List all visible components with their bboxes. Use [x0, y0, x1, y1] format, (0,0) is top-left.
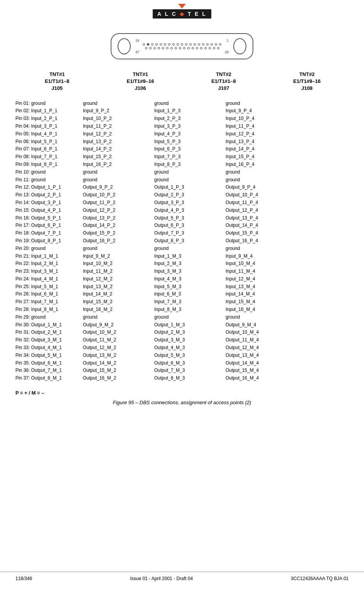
col4-line2: E1/T1#9–16: [272, 78, 342, 85]
dot: [147, 43, 149, 46]
pin-table-rows: Pin 01: groundPin 02: Input_1_P_1Pin 03:…: [15, 100, 349, 382]
col-header-3: TNT#2 E1/T1#1–8 J107: [189, 71, 258, 92]
dot: [198, 43, 200, 46]
figure-caption: Figure 95 – DBS connections, assignment …: [0, 400, 364, 405]
connector-bottom-row: [135, 47, 229, 49]
pin-row-item: Input_12_P_4: [226, 130, 349, 138]
pin-row-item: Output_11_P_2: [83, 199, 154, 207]
col3-line2: E1/T1#1–8: [189, 78, 258, 85]
pin-row-item: Pin 30: Output_1_M_1: [15, 321, 83, 329]
pin-row-item: Input_10_M_4: [226, 260, 349, 268]
pin-row-item: Pin 36: Output_7_M_1: [15, 367, 83, 375]
pin-row-item: Output_2_P_3: [154, 191, 226, 199]
connector-left-circle: [118, 38, 131, 54]
pin-row-item: Input_10_P_4: [226, 115, 349, 123]
dot: [151, 43, 153, 46]
pin-row-item: Pin 33: Output_4_M_1: [15, 344, 83, 352]
dot: [153, 47, 156, 49]
pin-row-item: Pin 12: Output_1_P_1: [15, 184, 83, 191]
footer-issue: Issue 01 - April 2001 - Draft 04: [130, 576, 193, 581]
pin-row-item: Pin 34: Output_5_M_1: [15, 352, 83, 359]
pin-row-item: Output_13_P_4: [226, 214, 349, 222]
dot: [170, 47, 173, 49]
pin-row-item: Pin 24: Input_4_M_1: [15, 275, 83, 283]
pin-row-item: Input_12_P_2: [83, 130, 154, 138]
pin-row-item: Input_9_P_2: [83, 107, 154, 115]
pin-row-item: Pin 29: ground: [15, 314, 83, 321]
pin-row-item: Pin 20: ground: [15, 245, 83, 253]
pin-row-item: Pin 01: ground: [15, 100, 83, 108]
connector-top-labels: 19 1: [135, 39, 229, 42]
col1-line1: TNT#1: [22, 71, 92, 78]
pin-row-item: Output_15_M_2: [83, 367, 154, 375]
pin-row-item: Pin 18: Output_7_P_1: [15, 230, 83, 237]
pin-row-item: Input_11_M_4: [226, 268, 349, 275]
col-header-1: TNT#1 E1/T1#1–8 J105: [22, 71, 92, 92]
pin-row-item: Input_11_P_4: [226, 123, 349, 130]
pin-row-item: Input_13_M_2: [83, 283, 154, 291]
logo-diamond: ◆: [180, 11, 185, 17]
pin-row-item: Output_15_M_4: [226, 367, 349, 375]
pin-row-item: ground: [83, 100, 154, 108]
pin-row-item: Output_12_M_4: [226, 344, 349, 352]
col3-line1: TNT#2: [189, 71, 258, 78]
pin-row-item: Pin 21: Input_1_M_1: [15, 253, 83, 260]
pin-row-item: Output_9_M_2: [83, 321, 154, 329]
pin-row-item: Output_1_P_3: [154, 184, 226, 191]
connector-pin-1: 1: [227, 39, 229, 42]
pin-row-item: Output_4_P_3: [154, 207, 226, 214]
page-header: A L C ◆ T E L: [0, 0, 364, 22]
pin-row-item: Pin 07: Input_6_P_1: [15, 145, 83, 153]
pin-row-item: Input_15_M_4: [226, 298, 349, 306]
pin-row-item: Output_15_P_4: [226, 230, 349, 237]
dot: [192, 47, 194, 49]
dot: [206, 43, 209, 46]
pin-row-item: Output_14_M_2: [83, 359, 154, 367]
pin-row-item: Output_4_M_3: [154, 344, 226, 352]
pin-row-item: Output_10_M_4: [226, 329, 349, 336]
connector-pin-20: 20: [225, 50, 229, 54]
col2-values: groundInput_9_P_2Input_10_P_2Input_11_P_…: [83, 100, 154, 382]
pin-row-item: Output_13_M_2: [83, 352, 154, 359]
pin-row-item: ground: [83, 169, 154, 176]
pin-row-item: Pin 25: Input_5_M_1: [15, 283, 83, 291]
pin-row-item: Input_14_P_4: [226, 145, 349, 153]
pin-row-item: Input_11_P_2: [83, 123, 154, 130]
pin-row-item: ground: [226, 176, 349, 184]
connector-top-row: [135, 43, 229, 46]
pin-row-item: Pin 06: Input_5_P_1: [15, 138, 83, 146]
pin-row-item: Pin 35: Output_6_M_1: [15, 359, 83, 367]
pin-row-item: Input_9_M_2: [83, 253, 154, 260]
dot: [215, 43, 217, 46]
pin-row-item: Input_14_P_2: [83, 145, 154, 153]
col2-line3: J106: [106, 85, 175, 92]
pin-row-item: Input_12_M_4: [226, 275, 349, 283]
pin-row-item: Pin 19: Output_8_P_1: [15, 237, 83, 245]
pin-row-item: Pin 03: Input_2_P_1: [15, 115, 83, 123]
pin-row-item: Input_5_P_3: [154, 138, 226, 146]
pin-row-item: Pin 04: Input_3_P_1: [15, 123, 83, 130]
pin-row-item: Input_4_P_3: [154, 130, 226, 138]
pin-row-item: ground: [83, 176, 154, 184]
col1-line2: E1/T1#1–8: [22, 78, 92, 85]
pin-row-item: Pin 32: Output_3_M_1: [15, 336, 83, 344]
pin-row-item: Output_9_P_4: [226, 184, 349, 191]
pin-row-item: Output_14_P_2: [83, 222, 154, 230]
pin-row-item: Output_2_M_3: [154, 329, 226, 336]
pin-row-item: Output_9_P_2: [83, 184, 154, 191]
pin-row-item: Input_16_P_4: [226, 161, 349, 169]
pin-row-item: Output_16_M_4: [226, 375, 349, 382]
pin-row-item: Pin 05: Input_4_P_1: [15, 130, 83, 138]
col3-values: groundInput_1_P_3Input_2_P_3Input_3_P_3I…: [154, 100, 226, 382]
dot: [158, 47, 160, 49]
dot: [189, 43, 192, 46]
pin-row-item: Pin 26: Input_6_M_1: [15, 290, 83, 298]
pin-table: Pin 01: groundPin 02: Input_1_P_1Pin 03:…: [15, 100, 349, 382]
pin-row-item: Output_5_P_3: [154, 214, 226, 222]
col-header-4: TNT#2 E1/T1#9–16 J108: [272, 71, 342, 92]
pin-row-item: Input_9_M_4: [226, 253, 349, 260]
pin-row-item: Output_15_P_2: [83, 230, 154, 237]
pin-row-item: Output_3_M_3: [154, 336, 226, 344]
connector-pins-area: 19 1: [134, 37, 230, 56]
dot: [168, 43, 170, 46]
